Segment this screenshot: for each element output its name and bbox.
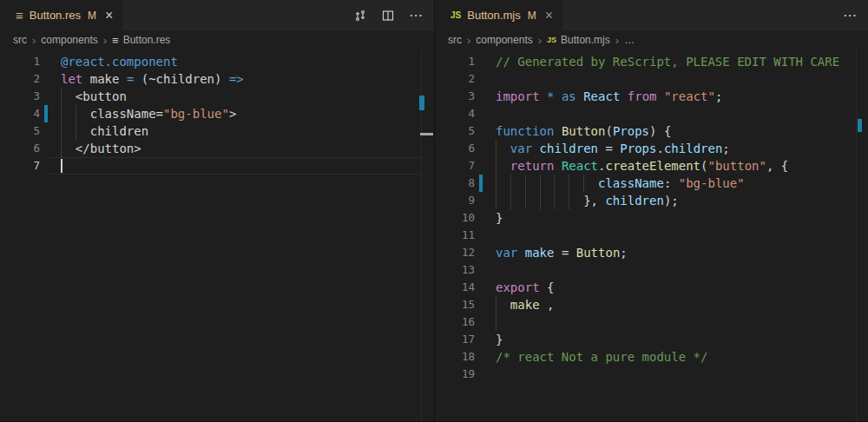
git-modified-badge: M bbox=[88, 10, 96, 22]
chevron-right-icon: › bbox=[103, 35, 107, 46]
more-actions-icon[interactable]: ⋯ bbox=[409, 9, 424, 23]
code-line[interactable]: 13 bbox=[435, 261, 868, 279]
code-line[interactable]: 4 className="bg-blue"> bbox=[0, 105, 434, 122]
line-number: 4 bbox=[435, 105, 475, 122]
chevron-right-icon: › bbox=[32, 35, 36, 46]
line-number: 6 bbox=[435, 140, 475, 157]
editor-actions-right: ⋯ bbox=[843, 0, 858, 30]
code-line[interactable]: 1@react.component bbox=[0, 53, 434, 70]
code-editor-button-mjs[interactable]: 1// Generated by ReScript, PLEASE EDIT W… bbox=[435, 49, 868, 422]
code-line[interactable]: 11 bbox=[435, 227, 868, 244]
code-line[interactable]: 2 bbox=[435, 70, 868, 88]
code-editor-button-res[interactable]: 1@react.component2let make = (~children)… bbox=[0, 49, 434, 422]
tab-button-res[interactable]: ≡ Button.res M × bbox=[0, 0, 123, 30]
code-token: "bg-blue" bbox=[679, 176, 745, 190]
code-token: ( bbox=[605, 124, 612, 138]
code-token: make bbox=[82, 72, 127, 86]
indent-guide bbox=[510, 175, 511, 209]
breadcrumb-item-symbol[interactable]: … bbox=[624, 34, 635, 46]
tab-title: Button.res bbox=[30, 9, 81, 22]
code-token: ) { bbox=[649, 124, 671, 138]
code-line[interactable]: 8 className: "bg-blue" bbox=[435, 175, 868, 192]
line-number: 9 bbox=[435, 192, 475, 209]
code-line[interactable]: 5 children bbox=[0, 122, 434, 140]
code-line[interactable]: 3import * as React from "react"; bbox=[435, 88, 868, 105]
code-token: var bbox=[496, 246, 517, 260]
line-number: 19 bbox=[435, 366, 475, 383]
code-line[interactable]: 10} bbox=[435, 209, 868, 227]
code-token: ; bbox=[715, 89, 722, 103]
code-token: Button bbox=[562, 124, 606, 138]
code-line[interactable]: 7 return React.createElement("button", { bbox=[435, 157, 868, 175]
code-token bbox=[517, 246, 524, 260]
code-token: </button> bbox=[61, 142, 141, 155]
code-token: } bbox=[496, 211, 503, 225]
more-actions-icon[interactable]: ⋯ bbox=[843, 9, 858, 23]
code-token: @react.component bbox=[61, 55, 178, 69]
code-line[interactable]: 2let make = (~children) => bbox=[0, 70, 434, 88]
code-line-text: return React.createElement("button", { bbox=[496, 157, 788, 175]
breadcrumb-item-file[interactable]: Button.mjs bbox=[561, 34, 610, 46]
breadcrumb-left: src › components › ≡ Button.res bbox=[0, 30, 434, 49]
split-editor-icon[interactable] bbox=[381, 9, 395, 23]
breadcrumb-item-src[interactable]: src bbox=[448, 34, 462, 46]
code-token: Props bbox=[613, 124, 649, 138]
code-token: } bbox=[496, 333, 503, 346]
code-line[interactable]: 18/* react Not a pure module */ bbox=[435, 348, 868, 366]
git-modified-badge: M bbox=[528, 10, 536, 22]
code-line[interactable]: 9 }, children); bbox=[435, 192, 868, 209]
breadcrumb-item-file[interactable]: Button.res bbox=[123, 34, 171, 46]
code-line-text: } bbox=[496, 209, 503, 227]
tab-button-mjs[interactable]: JS Button.mjs M × bbox=[435, 0, 563, 30]
code-line[interactable]: 1// Generated by ReScript, PLEASE EDIT W… bbox=[435, 53, 868, 70]
code-line-text: }, children); bbox=[496, 192, 679, 209]
indent-guide bbox=[496, 140, 496, 209]
code-token: children bbox=[664, 142, 722, 155]
code-token: "react" bbox=[664, 89, 715, 103]
code-token: : bbox=[664, 176, 679, 190]
code-line[interactable]: 16 bbox=[435, 313, 868, 331]
code-token: = bbox=[598, 142, 620, 155]
code-token: React bbox=[562, 159, 598, 173]
code-token: /* react Not a pure module */ bbox=[496, 350, 707, 364]
code-line[interactable]: 4 bbox=[435, 105, 868, 122]
line-number: 12 bbox=[435, 244, 475, 261]
chevron-right-icon: › bbox=[538, 35, 542, 46]
line-number: 2 bbox=[0, 70, 40, 88]
code-line[interactable]: 12var make = Button; bbox=[435, 244, 868, 261]
open-changes-icon[interactable] bbox=[353, 9, 367, 23]
code-token: children bbox=[605, 194, 663, 208]
code-token: "button" bbox=[707, 159, 766, 173]
breadcrumb-item-src[interactable]: src bbox=[13, 34, 27, 46]
code-line[interactable]: 17} bbox=[435, 331, 868, 348]
code-line-text: } bbox=[496, 331, 503, 348]
close-tab-icon[interactable]: × bbox=[105, 9, 113, 23]
code-line[interactable]: 6 var children = Props.children; bbox=[435, 140, 868, 157]
code-line[interactable]: 15 make , bbox=[435, 296, 868, 313]
code-token bbox=[620, 89, 627, 103]
code-line-text: export { bbox=[496, 279, 554, 296]
code-token: React bbox=[583, 89, 620, 103]
breadcrumb-item-components[interactable]: components bbox=[41, 34, 97, 46]
chevron-right-icon: › bbox=[615, 35, 619, 46]
breadcrumb-right: src › components › JS Button.mjs › … bbox=[435, 30, 868, 49]
line-number: 6 bbox=[0, 140, 40, 157]
indent-guide bbox=[76, 105, 76, 140]
code-token bbox=[554, 89, 561, 103]
code-line[interactable]: 14export { bbox=[435, 279, 868, 296]
line-number: 15 bbox=[435, 296, 475, 313]
line-number: 3 bbox=[0, 88, 40, 105]
breadcrumb-item-components[interactable]: components bbox=[476, 34, 532, 46]
code-line-text: children bbox=[61, 122, 148, 140]
code-token: var bbox=[510, 142, 532, 155]
code-line[interactable]: 19 bbox=[435, 366, 868, 383]
code-token: ; bbox=[722, 142, 729, 155]
code-line[interactable]: 5function Button(Props) { bbox=[435, 122, 868, 140]
code-token bbox=[554, 159, 561, 173]
close-tab-icon[interactable]: × bbox=[545, 9, 553, 23]
code-token: as bbox=[562, 89, 576, 103]
code-line[interactable]: 6 </button> bbox=[0, 140, 434, 157]
code-line-text: let make = (~children) => bbox=[61, 70, 244, 88]
code-line[interactable]: 3 <button bbox=[0, 88, 434, 105]
current-line-highlight bbox=[50, 157, 420, 175]
